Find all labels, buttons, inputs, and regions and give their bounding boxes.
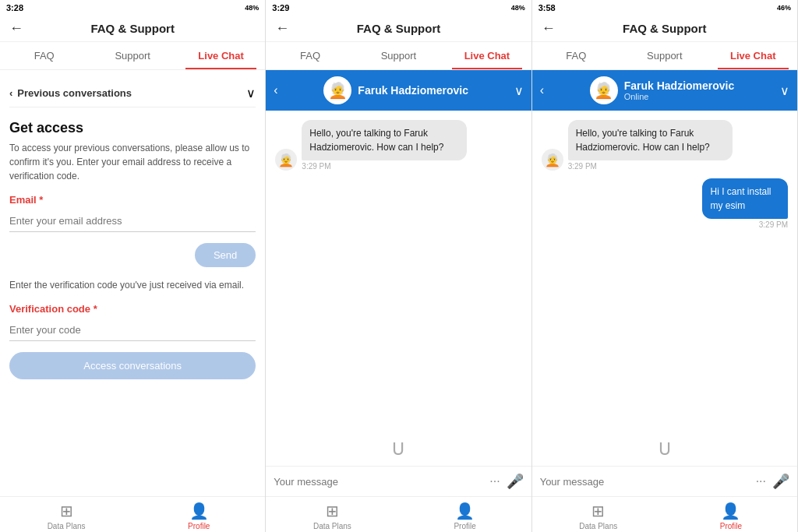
email-label: Email * [9,194,256,206]
status-bar-1: 3:28 48% [0,0,265,16]
tab-livechat-2[interactable]: Live Chat [443,42,531,69]
bottom-nav-1: ⊞ Data Plans 👤 Profile [0,496,265,532]
prev-conversations[interactable]: ‹ Previous conversations ∨ [9,79,256,107]
screen-3: 3:58 46% ← FAQ & Support FAQ Support Liv… [532,0,798,532]
access-button[interactable]: Access conversations [9,352,256,379]
battery-icon-2: 48% [511,4,525,12]
battery-icon-3: 46% [777,4,791,12]
chat-options-3[interactable]: ··· [756,474,766,488]
data-plans-icon-2: ⊞ [326,502,339,520]
bottom-nav-3: ⊞ Data Plans 👤 Profile [532,496,797,532]
status-icons-3: 46% [777,4,791,12]
msg-bubble-agent-3: Hello, you're talking to Faruk Hadziomer… [568,120,733,160]
nav-profile-1[interactable]: 👤 Profile [132,502,265,530]
tabs-3: FAQ Support Live Chat [532,42,797,70]
profile-label-3: Profile [720,522,742,530]
header-1: ← FAQ & Support [0,16,265,42]
data-plans-label-1: Data Plans [48,522,86,530]
prev-conv-label: Previous conversations [17,87,132,99]
chat-input-2[interactable] [274,476,483,488]
chat-mic-2[interactable]: 🎤 [507,473,524,490]
tab-livechat-3[interactable]: Live Chat [709,42,797,69]
tabs-1: FAQ Support Live Chat [0,42,265,70]
profile-icon-3: 👤 [721,502,740,520]
email-input[interactable] [9,210,256,232]
agent-bar-back-3[interactable]: ‹ [540,83,544,97]
agent-emoji-3: 🧑‍🦳 [594,81,613,100]
header-2: ← FAQ & Support [266,16,531,42]
tab-faq-2[interactable]: FAQ [266,42,354,69]
msg-row-user-3: Hi I cant install my esim 3:29 PM [542,178,788,229]
msg-bubble-agent-2: Hello, you're talking to Faruk Hadziomer… [302,120,467,160]
chat-input-bar-2: ··· 🎤 [266,466,531,496]
content-1: ‹ Previous conversations ∨ Get access To… [0,70,265,496]
tabs-2: FAQ Support Live Chat [266,42,531,70]
prev-back-icon: ‹ [9,87,12,99]
status-icons-2: 48% [511,4,525,12]
tab-support-2[interactable]: Support [355,42,443,69]
data-plans-label-2: Data Plans [313,522,351,530]
back-button-3[interactable]: ← [542,20,556,37]
profile-label-1: Profile [188,522,210,530]
msg-time-agent-3: 3:29 PM [568,162,788,171]
tab-support-1[interactable]: Support [88,42,176,69]
tab-faq-1[interactable]: FAQ [0,42,88,69]
nav-profile-2[interactable]: 👤 Profile [399,502,531,530]
agent-emoji-2: 🧑‍🦳 [328,81,348,100]
data-plans-icon-3: ⊞ [591,502,605,520]
tab-faq-3[interactable]: FAQ [532,42,620,69]
agent-bar-chevron-3: ∨ [780,83,789,98]
data-plans-label-3: Data Plans [579,522,617,530]
get-access-desc: To access your previous conversations, p… [9,141,256,183]
battery-icon-1: 48% [245,4,259,12]
nav-data-plans-2[interactable]: ⊞ Data Plans [266,502,398,530]
tab-support-3[interactable]: Support [620,42,708,69]
chat-options-2[interactable]: ··· [489,474,500,488]
back-button-2[interactable]: ← [275,20,289,37]
verify-note: Enter the verification code you've just … [9,278,256,292]
nav-profile-3[interactable]: 👤 Profile [665,502,797,530]
msg-row-agent-3: 🧑‍🦳 Hello, you're talking to Faruk Hadzi… [542,120,788,171]
chat-messages-2: 🧑‍🦳 Hello, you're talking to Faruk Hadzi… [266,111,531,433]
nav-data-plans-3[interactable]: ⊞ Data Plans [532,502,665,530]
back-button-1[interactable]: ← [9,20,23,37]
prev-chevron-icon: ∨ [246,86,256,100]
data-plans-icon-1: ⊞ [60,502,73,520]
agent-name-3: Faruk Hadziomerovic [624,79,735,92]
agent-status-3: Online [624,92,735,101]
profile-icon-2: 👤 [455,502,475,520]
time-3: 3:58 [538,3,556,12]
msg-row-agent-2: 🧑‍🦳 Hello, you're talking to Faruk Hadzi… [275,120,521,171]
msg-time-agent-2: 3:29 PM [302,162,521,171]
get-access-title: Get access [9,120,256,136]
time-2: 3:29 [272,3,289,12]
chat-mic-3[interactable]: 🎤 [772,473,789,490]
chat-input-3[interactable] [540,476,750,488]
chat-input-bar-3: ··· 🎤 [532,466,797,496]
page-title-2: FAQ & Support [357,22,441,35]
tab-livechat-1[interactable]: Live Chat [177,42,265,69]
chat-logo-3: ᑌ [532,433,797,466]
page-title-3: FAQ & Support [623,22,707,35]
profile-label-2: Profile [454,522,475,530]
header-3: ← FAQ & Support [532,16,797,42]
code-input[interactable] [9,319,256,341]
agent-avatar-3: 🧑‍🦳 [590,76,618,104]
screen-2: 3:29 48% ← FAQ & Support FAQ Support Liv… [266,0,531,532]
time-1: 3:28 [6,3,23,12]
code-label: Verification code * [9,303,256,315]
msg-time-user-3: 3:29 PM [759,220,788,229]
status-icons-1: 48% [245,4,259,12]
page-title-1: FAQ & Support [90,22,175,35]
bottom-nav-2: ⊞ Data Plans 👤 Profile [266,496,531,532]
agent-avatar-2: 🧑‍🦳 [323,76,351,104]
send-button[interactable]: Send [195,243,256,267]
screen-1: 3:28 48% ← FAQ & Support FAQ Support Liv… [0,0,266,532]
agent-bar-2: ‹ 🧑‍🦳 Faruk Hadziomerovic ∨ [266,70,531,111]
nav-data-plans-1[interactable]: ⊞ Data Plans [0,502,132,530]
agent-bar-3: ‹ 🧑‍🦳 Faruk Hadziomerovic Online ∨ [532,70,797,111]
status-bar-2: 3:29 48% [266,0,531,16]
agent-bar-back-2[interactable]: ‹ [274,83,277,97]
msg-avatar-agent-3: 🧑‍🦳 [542,149,563,171]
agent-bar-chevron-2: ∨ [514,83,524,98]
